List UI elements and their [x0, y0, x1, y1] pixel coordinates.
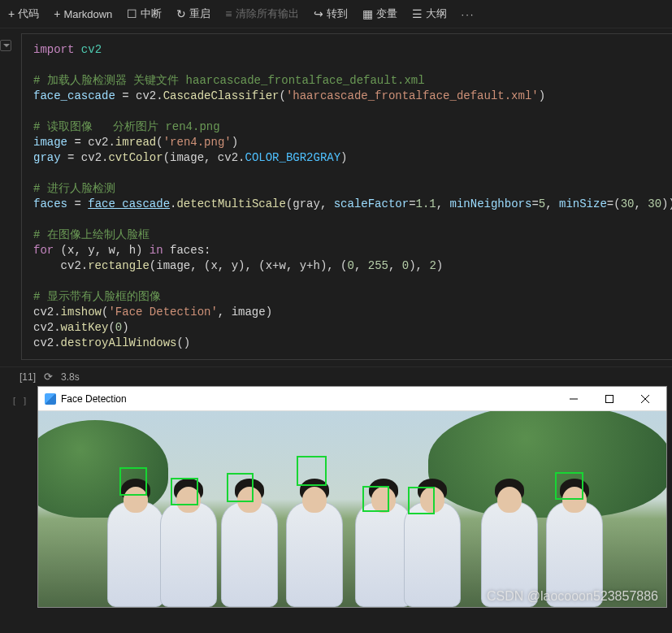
toolbar-label: 重启: [189, 7, 210, 21]
toolbar-label: 变量: [376, 7, 397, 21]
toolbar-label: ···: [462, 8, 475, 20]
execution-duration: 3.8s: [61, 371, 80, 383]
stop-icon: ☐: [127, 8, 137, 20]
toolbar-label: 中断: [141, 7, 162, 21]
toolbar-label: 清除所有输出: [236, 7, 299, 21]
app-icon: [45, 393, 56, 405]
output-row: [ ] Face Detection: [0, 386, 672, 613]
face-detection-box: [555, 472, 583, 500]
more-button[interactable]: ···: [462, 8, 475, 20]
variables-button[interactable]: ▦ 变量: [362, 7, 397, 21]
minimize-button[interactable]: [556, 388, 592, 410]
restart-icon: ↻: [176, 8, 186, 20]
goto-button[interactable]: ↪ 转到: [314, 7, 348, 21]
goto-icon: ↪: [314, 8, 323, 20]
window-titlebar[interactable]: Face Detection: [38, 387, 666, 411]
window-title: Face Detection: [61, 393, 556, 405]
cell-gutter: [0, 32, 16, 366]
add-markdown-cell-button[interactable]: + Markdown: [54, 8, 112, 20]
restart-button[interactable]: ↻ 重启: [176, 7, 210, 21]
code-cell: import cv2 # 加载人脸检测器 关键文件 haarcascade_fr…: [0, 28, 672, 366]
toolbar-label: Markdown: [63, 8, 112, 20]
notebook-toolbar: + 代码 + Markdown ☐ 中断 ↻ 重启 ≡ 清除所有输出 ↪ 转到 …: [0, 0, 672, 28]
close-button[interactable]: [627, 388, 663, 410]
variables-icon: ▦: [362, 8, 373, 20]
output-cell-label: [ ]: [11, 396, 28, 406]
outline-button[interactable]: ☰ 大纲: [412, 7, 447, 21]
clear-output-button[interactable]: ≡ 清除所有输出: [225, 7, 298, 21]
output-image: CSDN @laocooon523857886: [38, 411, 666, 607]
rerun-icon[interactable]: ⟳: [44, 371, 53, 383]
face-detection-box: [171, 478, 198, 505]
face-detection-box: [362, 486, 389, 512]
collapse-cell-toggle[interactable]: [0, 40, 11, 51]
output-gutter: [ ]: [0, 386, 33, 613]
code-editor[interactable]: import cv2 # 加载人脸检测器 关键文件 haarcascade_fr…: [21, 33, 672, 360]
toolbar-label: 转到: [327, 7, 348, 21]
toolbar-label: 大纲: [426, 7, 447, 21]
plus-icon: +: [54, 8, 60, 20]
watermark: CSDN @laocooon523857886: [487, 589, 658, 604]
plus-icon: +: [8, 8, 15, 20]
toolbar-label: 代码: [18, 7, 39, 21]
maximize-button[interactable]: [592, 388, 627, 410]
interrupt-button[interactable]: ☐ 中断: [127, 7, 162, 21]
opencv-window: Face Detection: [37, 386, 667, 608]
add-code-cell-button[interactable]: + 代码: [8, 7, 39, 21]
face-detection-box: [408, 487, 435, 514]
face-detection-box: [297, 456, 327, 486]
outline-icon: ☰: [412, 8, 423, 20]
face-detection-box: [227, 473, 254, 502]
clear-icon: ≡: [225, 8, 232, 20]
execution-status-bar: [11] ⟳ 3.8s: [0, 366, 672, 386]
face-detection-box: [119, 467, 147, 496]
svg-rect-1: [606, 395, 613, 402]
cell-execution-label: [11]: [8, 371, 36, 383]
